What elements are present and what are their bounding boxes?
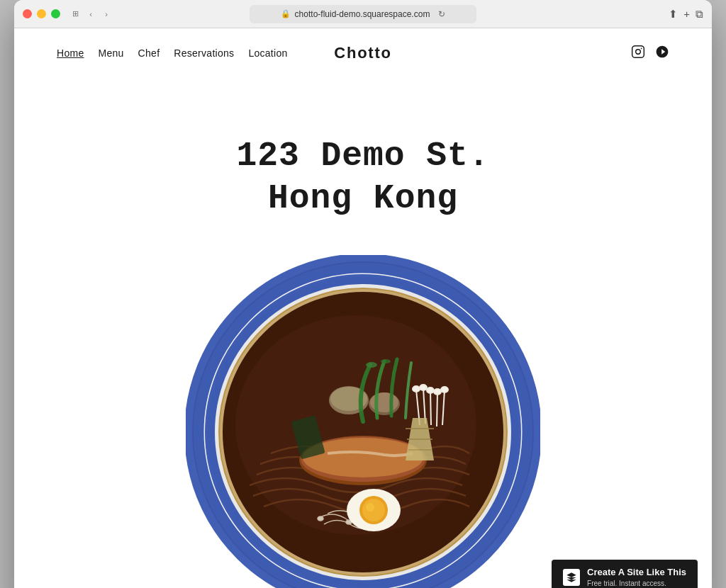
badge-text: Create A Site Like This Free trial. Inst… (587, 567, 686, 588)
instagram-icon[interactable] (631, 45, 645, 62)
mac-window: ⊞ ‹ › 🔒 chotto-fluid-demo.squarespace.co… (14, 0, 712, 588)
svg-point-29 (420, 385, 427, 390)
forward-button[interactable]: › (100, 8, 113, 21)
tabs-button[interactable]: ⧉ (696, 8, 703, 21)
svg-rect-0 (632, 45, 644, 57)
svg-point-22 (370, 392, 398, 412)
nav-location[interactable]: Location (248, 47, 287, 59)
navigation: Home Menu Chef Reservations Location Cho… (14, 28, 712, 78)
svg-point-40 (362, 499, 385, 521)
lock-icon: 🔒 (281, 9, 291, 18)
minimize-button[interactable] (37, 9, 46, 18)
new-tab-button[interactable]: + (683, 8, 690, 20)
svg-point-30 (427, 388, 434, 393)
svg-point-2 (641, 47, 642, 49)
url-text: chotto-fluid-demo.squarespace.com (295, 9, 430, 19)
window-actions: ⬆ + ⧉ (669, 8, 703, 21)
nav-chef[interactable]: Chef (138, 47, 160, 59)
badge-subtitle: Free trial. Instant access. (587, 579, 686, 588)
squarespace-icon (563, 569, 580, 586)
squarespace-badge[interactable]: Create A Site Like This Free trial. Inst… (552, 560, 698, 588)
svg-point-32 (441, 387, 448, 392)
address-heading: 123 Demo St. Hong Kong (236, 135, 489, 220)
nav-right (631, 45, 669, 62)
bowl-image (186, 255, 540, 588)
maximize-button[interactable] (51, 9, 60, 18)
back-button[interactable]: ‹ (84, 8, 97, 21)
nav-left: Home Menu Chef Reservations Location (57, 47, 288, 59)
address-line2: Hong Kong (236, 177, 489, 220)
main-content: 123 Demo St. Hong Kong (14, 78, 712, 588)
website-content: Home Menu Chef Reservations Location Cho… (14, 28, 712, 588)
svg-point-28 (413, 386, 420, 392)
svg-line-25 (430, 391, 431, 425)
svg-point-35 (318, 516, 323, 521)
svg-point-1 (636, 49, 641, 54)
nav-menu[interactable]: Menu (98, 47, 123, 59)
svg-point-31 (434, 389, 441, 395)
nav-home[interactable]: Home (57, 47, 84, 59)
badge-title: Create A Site Like This (587, 567, 686, 579)
address-line1: 123 Demo St. (236, 135, 489, 177)
traffic-lights (23, 9, 60, 18)
close-button[interactable] (23, 9, 32, 18)
svg-point-33 (366, 362, 377, 368)
nav-reservations[interactable]: Reservations (174, 47, 234, 59)
share-button[interactable]: ⬆ (669, 8, 678, 21)
title-bar: ⊞ ‹ › 🔒 chotto-fluid-demo.squarespace.co… (14, 0, 712, 28)
window-controls: ⊞ ‹ › (69, 8, 113, 21)
brand-name[interactable]: Chotto (334, 44, 391, 62)
svg-line-26 (437, 392, 437, 426)
yelp-icon[interactable] (655, 45, 669, 62)
sidebar-toggle-button[interactable]: ⊞ (69, 8, 82, 21)
svg-point-41 (366, 503, 374, 511)
refresh-icon[interactable]: ↻ (438, 9, 445, 19)
url-bar[interactable]: 🔒 chotto-fluid-demo.squarespace.com ↻ (250, 5, 476, 23)
svg-point-34 (381, 359, 391, 363)
